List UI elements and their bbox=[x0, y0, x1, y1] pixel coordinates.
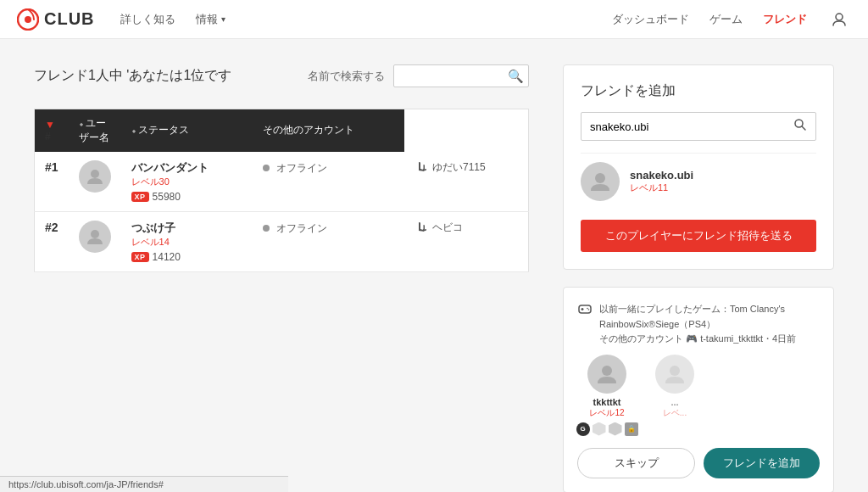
svg-point-7 bbox=[595, 173, 605, 183]
suggestion-game-info: 以前一緒にプレイしたゲーム：Tom Clancy's RainbowSix®Si… bbox=[577, 301, 820, 346]
suggested-avatar-icon-2 bbox=[664, 363, 686, 385]
main-content: フレンド1人中 'あなたは1位です 名前で検索する 🔍 ▼ # ユーザー名 bbox=[0, 39, 868, 492]
add-friend-card: フレンドを追加 snakeko.ub bbox=[563, 64, 834, 270]
header: CLUB 詳しく知る 情報 ダッシュボード ゲーム フレンド bbox=[0, 0, 868, 39]
svg-point-11 bbox=[587, 308, 588, 310]
default-avatar-icon bbox=[86, 167, 104, 186]
svg-point-4 bbox=[91, 230, 99, 238]
title-search-row: フレンド1人中 'あなたは1位です 名前で検索する 🔍 bbox=[34, 64, 529, 98]
svg-point-13 bbox=[602, 366, 612, 376]
status-dot bbox=[263, 165, 270, 171]
playstation-icon bbox=[415, 221, 428, 235]
svg-point-14 bbox=[670, 366, 680, 376]
suggested-user-1: tkkttkt レベル12 G 🔒 bbox=[577, 355, 637, 436]
suggestion-actions: スキップ フレンドを追加 bbox=[577, 448, 820, 478]
invite-button[interactable]: このプレイヤーにフレンド招待を送る bbox=[581, 220, 816, 252]
suggested-user-1-avatar bbox=[587, 355, 626, 394]
cell-rank-2: #2 bbox=[35, 211, 69, 271]
user-icon bbox=[832, 12, 847, 27]
header-right: ダッシュボード ゲーム フレンド bbox=[612, 8, 851, 31]
svg-point-2 bbox=[836, 14, 843, 20]
add-friend-button[interactable]: フレンドを追加 bbox=[704, 448, 820, 478]
col-rank: ▼ # bbox=[35, 109, 69, 152]
cell-avatar-2 bbox=[69, 211, 121, 271]
table-header-row: ▼ # ユーザー名 ステータス その他のアカウント bbox=[35, 109, 529, 152]
left-panel: フレンド1人中 'あなたは1位です 名前で検索する 🔍 ▼ # ユーザー名 bbox=[34, 64, 529, 492]
statusbar: https://club.ubisoft.com/ja-JP/friends# bbox=[0, 476, 288, 492]
cell-rank-1: #1 bbox=[35, 152, 69, 212]
logo[interactable]: CLUB bbox=[17, 8, 95, 31]
suggestion-game-text: 以前一緒にプレイしたゲーム：Tom Clancy's RainbowSix®Si… bbox=[599, 301, 820, 346]
suggested-avatar-icon bbox=[596, 363, 618, 385]
nav-item-learn[interactable]: 詳しく知る bbox=[120, 12, 175, 27]
suggested-user-2-avatar bbox=[655, 355, 694, 394]
cell-user-info-1: バンバンダント レベル30 XP 55980 bbox=[121, 152, 253, 212]
search-row: 名前で検索する 🔍 bbox=[308, 64, 529, 87]
col-status[interactable]: ステータス bbox=[121, 109, 253, 152]
badge-1: G bbox=[576, 422, 590, 436]
right-panel: フレンドを追加 snakeko.ub bbox=[563, 64, 834, 492]
avatar bbox=[79, 221, 111, 253]
cell-accounts-2: ヘビコ bbox=[404, 211, 529, 271]
cell-status-2: オフライン bbox=[253, 211, 404, 271]
add-friend-search-button[interactable] bbox=[785, 113, 815, 140]
suggested-user-2: ... レベ... bbox=[645, 355, 704, 436]
badge-2 bbox=[593, 422, 606, 436]
result-avatar-icon bbox=[589, 171, 611, 193]
svg-point-1 bbox=[25, 16, 31, 23]
col-other-accounts: その他のアカウント bbox=[253, 109, 404, 152]
cell-status-1: オフライン bbox=[253, 152, 404, 212]
playstation-icon bbox=[415, 160, 428, 175]
search-icon bbox=[793, 118, 807, 131]
avatar bbox=[79, 160, 111, 193]
friend-search-button[interactable]: 🔍 bbox=[508, 70, 524, 82]
user-profile-button[interactable] bbox=[827, 8, 851, 31]
cell-avatar-1 bbox=[69, 152, 121, 212]
add-friend-search-box bbox=[581, 112, 816, 141]
account-item: ゆだい7115 bbox=[415, 160, 518, 175]
account-item: ヘビコ bbox=[415, 221, 518, 235]
logo-text: CLUB bbox=[44, 9, 95, 29]
nav-friends[interactable]: フレンド bbox=[763, 12, 807, 27]
col-username[interactable]: ユーザー名 bbox=[69, 109, 121, 152]
badge-3 bbox=[609, 422, 622, 436]
svg-point-12 bbox=[588, 309, 590, 310]
table-row: #2 つぶけ子 レベル14 XP bbox=[35, 211, 529, 271]
nav-item-info[interactable]: 情報 bbox=[196, 12, 225, 27]
svg-point-3 bbox=[91, 170, 99, 178]
ubisoft-logo-icon bbox=[17, 8, 39, 31]
friends-title: フレンド1人中 'あなたは1位です bbox=[34, 67, 231, 85]
cell-accounts-1: ゆだい7115 bbox=[404, 152, 529, 212]
table-row: #1 バンバンダント レベル30 XP bbox=[35, 152, 529, 212]
skip-button[interactable]: スキップ bbox=[577, 448, 695, 478]
suggestion-users: tkkttkt レベル12 G 🔒 bbox=[577, 355, 820, 436]
search-result: snakeko.ubi レベル11 bbox=[581, 153, 816, 210]
suggestion-card: 以前一緒にプレイしたゲーム：Tom Clancy's RainbowSix®Si… bbox=[563, 287, 834, 492]
user-xp-2: XP 14120 bbox=[131, 251, 243, 263]
search-label: 名前で検索する bbox=[308, 69, 385, 84]
cell-user-info-2: つぶけ子 レベル14 XP 14120 bbox=[121, 211, 253, 271]
result-avatar bbox=[581, 162, 620, 201]
status-dot bbox=[263, 225, 270, 232]
badge-lock: 🔒 bbox=[625, 422, 638, 436]
controller-icon bbox=[577, 301, 593, 316]
add-friend-input[interactable] bbox=[581, 115, 785, 139]
add-friend-title: フレンドを追加 bbox=[581, 82, 816, 100]
friends-table: ▼ # ユーザー名 ステータス その他のアカウント #1 bbox=[34, 109, 529, 272]
result-info: snakeko.ubi レベル11 bbox=[630, 169, 693, 194]
user-xp-1: XP 55980 bbox=[131, 191, 243, 203]
nav-games[interactable]: ゲーム bbox=[709, 12, 743, 27]
search-input-wrap: 🔍 bbox=[393, 64, 529, 87]
ps-mini-icon: 🎮 bbox=[686, 333, 700, 344]
nav-dashboard[interactable]: ダッシュボード bbox=[612, 12, 689, 27]
svg-line-6 bbox=[802, 126, 805, 130]
user-badges: G 🔒 bbox=[576, 422, 638, 436]
game-icon bbox=[577, 301, 593, 321]
default-avatar-icon bbox=[86, 227, 104, 246]
main-nav: 詳しく知る 情報 bbox=[120, 12, 612, 27]
